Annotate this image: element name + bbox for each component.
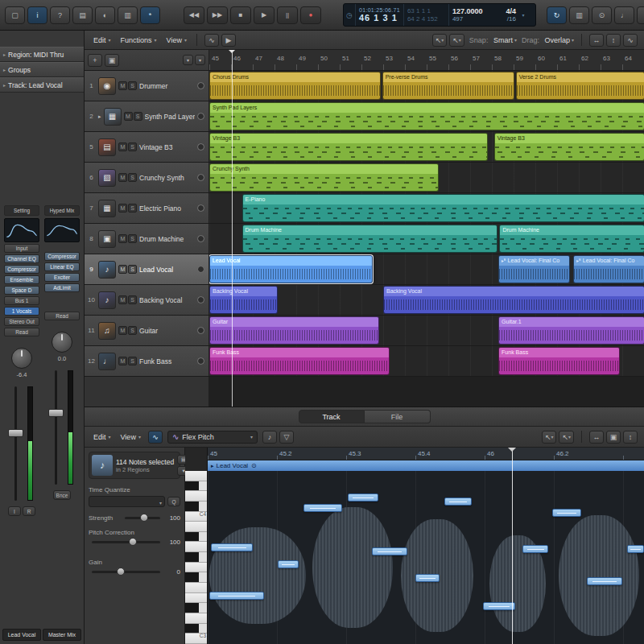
command-click-tool-button[interactable]: ↖▾: [449, 34, 464, 47]
solo-button[interactable]: S: [128, 265, 137, 274]
region[interactable]: ▸ᴮLead Vocal: Final Co: [498, 255, 570, 283]
midi-out-button[interactable]: ♪: [262, 431, 277, 444]
track-lane[interactable]: Chorus DrumsPre-verse DrumsVerse 2 Drums: [209, 71, 644, 101]
region[interactable]: ▸ᴮLead Vocal: Final Co: [573, 255, 644, 283]
region[interactable]: Vintage B3: [494, 133, 644, 161]
fader-thumb[interactable]: [8, 429, 23, 437]
track-header[interactable]: 2▸▦MSSynth Pad Layers: [85, 101, 209, 131]
plugin-slot[interactable]: Compressor: [4, 265, 39, 274]
eq-thumbnail[interactable]: [44, 218, 80, 242]
mute-button[interactable]: M: [118, 234, 127, 243]
flex-pitch-note[interactable]: [372, 547, 407, 555]
zoom-vertical-button[interactable]: ↕: [606, 34, 621, 47]
mute-button[interactable]: M: [118, 357, 127, 365]
strength-slider[interactable]: [125, 517, 160, 519]
mute-button[interactable]: M: [118, 295, 127, 304]
editor-region-header[interactable]: ▸ Lead Vocal ⊙: [208, 460, 644, 471]
play-button[interactable]: ▶: [254, 6, 275, 24]
black-key[interactable]: [185, 572, 207, 583]
white-key[interactable]: [185, 522, 207, 532]
flex-pitch-note[interactable]: [522, 545, 548, 553]
record-enable-button[interactable]: [197, 113, 204, 120]
zoom-horizontal-button[interactable]: ↔: [589, 34, 604, 47]
track-lane[interactable]: Funk BassFunk Bass: [209, 346, 644, 376]
metronome-button[interactable]: ▲: [637, 6, 644, 24]
track-header[interactable]: 5▤MSVintage B3: [85, 132, 209, 162]
region[interactable]: Drum Machine: [499, 225, 644, 253]
gain-slider[interactable]: [92, 571, 160, 573]
record-enable-button[interactable]: [197, 235, 204, 242]
track-lane[interactable]: Crunchy Synth: [209, 163, 644, 192]
solo-button[interactable]: S: [128, 142, 137, 151]
fader-thumb[interactable]: [48, 409, 64, 417]
track-header[interactable]: 12♩MSFunk Bass: [85, 346, 209, 376]
track-header[interactable]: 8▣MSDrum Machine: [85, 224, 209, 254]
mute-button[interactable]: M: [118, 265, 127, 274]
mute-button[interactable]: M: [118, 142, 127, 151]
editor-ruler[interactable]: 4545.245.345.44646.2: [208, 448, 644, 460]
track-lane[interactable]: GuitarGuitar.1: [209, 316, 644, 345]
track-sort-button[interactable]: ▾: [183, 55, 193, 65]
automation-mode-button[interactable]: Read: [44, 312, 80, 320]
record-enable-button[interactable]: [197, 357, 204, 365]
cycle-button[interactable]: ↻: [547, 6, 567, 24]
channel-setting-button[interactable]: Setting: [4, 205, 39, 216]
track-inspector-header[interactable]: ▸Track: Lead Vocal: [0, 77, 84, 93]
lcd-options-button[interactable]: ▾: [519, 4, 527, 26]
pan-knob[interactable]: [52, 332, 72, 353]
track-display-button[interactable]: ▾: [195, 55, 205, 65]
drag-menu-button[interactable]: Drag: Overlap▾: [522, 36, 574, 44]
plugin-slot[interactable]: Ensemble: [4, 275, 39, 284]
groups-inspector-header[interactable]: ▸Groups: [0, 62, 84, 77]
plugin-slot[interactable]: Linear EQ: [44, 262, 80, 271]
track-lane[interactable]: Lead Vocal▸ᴮLead Vocal: Final Co▸ᴮLead V…: [209, 254, 644, 284]
control-bar-display-button[interactable]: ▢: [5, 6, 25, 24]
region[interactable]: Funk Bass: [498, 347, 620, 375]
left-click-tool-button[interactable]: ↖▾: [542, 431, 557, 444]
flex-pitch-note[interactable]: [303, 504, 342, 512]
rewind-button[interactable]: ◀◀: [184, 6, 204, 24]
track-header[interactable]: 10♪MSBacking Vocal: [85, 285, 209, 315]
region[interactable]: Backing Vocal: [209, 286, 278, 314]
plugin-slot[interactable]: Exciter: [44, 273, 80, 282]
quick-help-button[interactable]: ?: [50, 6, 70, 24]
region[interactable]: Chorus Drums: [209, 72, 381, 100]
region[interactable]: Funk Bass: [209, 347, 390, 375]
region[interactable]: Crunchy Synth: [209, 163, 439, 192]
white-key[interactable]: [185, 491, 207, 502]
plugin-slot[interactable]: AdLimit: [44, 283, 80, 292]
volume-fader[interactable]: [4, 385, 39, 502]
mute-button[interactable]: M: [118, 326, 127, 335]
eq-thumbnail[interactable]: [4, 218, 39, 242]
solo-button[interactable]: S: [128, 295, 137, 304]
region[interactable]: Drum Machine: [242, 225, 497, 253]
flex-pitch-note[interactable]: [278, 560, 299, 568]
flex-button[interactable]: ∿: [204, 34, 219, 47]
region-inspector-header[interactable]: ▸Region: MIDI Thru: [0, 47, 84, 62]
library-button[interactable]: ▤: [72, 6, 93, 24]
time-quantize-dropdown[interactable]: ▾: [89, 496, 165, 507]
white-key[interactable]: [185, 471, 207, 481]
solo-button[interactable]: S: [128, 204, 137, 213]
pan-knob[interactable]: [11, 348, 32, 369]
flex-pitch-note[interactable]: [552, 509, 581, 517]
record-enable-button[interactable]: [197, 143, 204, 151]
add-track-button[interactable]: +: [88, 54, 102, 67]
track-header[interactable]: 9♪MSLead Vocal: [85, 254, 209, 284]
track-lane[interactable]: E-Piano: [209, 193, 644, 223]
zoom-vertical-button[interactable]: ↕: [623, 431, 638, 444]
zoom-horizontal-button[interactable]: ↔: [589, 431, 604, 444]
catch-playhead-button[interactable]: ▶: [221, 34, 236, 47]
track-lane[interactable]: Backing VocalBacking Vocal: [209, 285, 644, 315]
track-header[interactable]: 7▦MSElectric Piano: [85, 193, 209, 223]
plugin-slot[interactable]: Space D: [4, 286, 39, 295]
tuner-button[interactable]: ♩: [614, 6, 634, 24]
flex-pitch-note[interactable]: [444, 497, 472, 506]
white-key[interactable]: C4: [185, 512, 207, 522]
record-button[interactable]: ●: [300, 6, 321, 24]
show-flex-button[interactable]: ∿: [148, 431, 163, 444]
mute-button[interactable]: M: [118, 81, 127, 90]
record-enable-button[interactable]: [197, 296, 204, 303]
record-enable-button[interactable]: [197, 266, 204, 273]
region[interactable]: Pre-verse Drums: [382, 72, 515, 100]
